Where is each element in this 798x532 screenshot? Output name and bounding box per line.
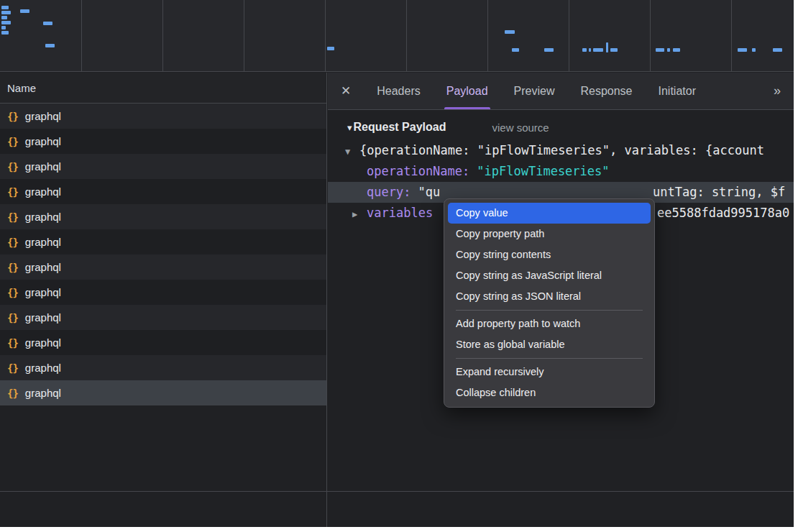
network-activity-bar [593, 48, 603, 52]
timeline-gridline [406, 0, 407, 71]
request-name: graphql [25, 135, 61, 147]
json-braces-icon: {} [7, 136, 18, 147]
table-footer-divider [0, 491, 794, 492]
request-row[interactable]: {} graphql [0, 204, 326, 229]
request-name: graphql [25, 261, 61, 273]
tab-response[interactable]: Response [580, 73, 632, 109]
timeline-gridline [244, 0, 244, 71]
request-row[interactable]: {} graphql [0, 154, 326, 179]
network-activity-bar [1, 21, 11, 24]
json-braces-icon: {} [7, 262, 18, 273]
request-row[interactable]: {} graphql [0, 179, 326, 204]
property-key-query: query: [367, 185, 411, 199]
network-overview-timeline[interactable] [0, 0, 794, 72]
timeline-gridline [569, 0, 569, 71]
request-name: graphql [25, 160, 61, 173]
json-braces-icon: {} [7, 287, 18, 298]
network-activity-bar [1, 31, 9, 35]
network-activity-bar [582, 48, 587, 52]
property-value-operation-name: "ipFlowTimeseries" [477, 164, 609, 178]
menu-separator [456, 358, 643, 359]
request-row[interactable]: {} graphql [0, 229, 326, 254]
overflow-tabs-icon[interactable]: » [774, 83, 781, 98]
request-name: graphql [25, 362, 61, 374]
json-braces-icon: {} [7, 211, 18, 223]
menu-separator [456, 310, 643, 311]
network-activity-bar [738, 48, 747, 52]
menu-item-expand-recursively[interactable]: Expand recursively [448, 362, 651, 382]
operation-name-row[interactable]: operationName:"ipFlowTimeseries" [328, 161, 794, 182]
section-expand-icon[interactable]: ▾ [347, 122, 352, 133]
property-key-operation-name: operationName: [367, 164, 469, 178]
menu-item-store-as-global-variable[interactable]: Store as global variable [448, 334, 651, 355]
devtools-network-panel: Name {} graphql {} graphql {} graphql {}… [0, 0, 794, 527]
json-braces-icon: {} [7, 161, 18, 173]
network-activity-bar [606, 42, 608, 52]
network-activity-bar [1, 11, 11, 14]
name-column-header[interactable]: Name [0, 73, 326, 104]
request-name: graphql [25, 110, 61, 122]
network-activity-bar [667, 48, 670, 52]
request-name: graphql [25, 185, 61, 198]
request-row[interactable]: {} graphql [0, 254, 326, 280]
json-braces-icon: {} [7, 237, 18, 248]
network-activity-bar [43, 22, 52, 25]
network-activity-bar [1, 16, 7, 19]
view-source-link[interactable]: view source [492, 121, 549, 134]
context-menu: Copy valueCopy property pathCopy string … [444, 198, 655, 408]
network-activity-bar [544, 48, 554, 52]
menu-item-copy-property-path[interactable]: Copy property path [448, 224, 651, 244]
menu-item-copy-string-as-javascript-literal[interactable]: Copy string as JavaScript literal [448, 265, 651, 286]
network-activity-bar [589, 48, 591, 52]
network-activity-bar [673, 48, 680, 52]
request-row[interactable]: {} graphql [0, 355, 326, 380]
network-activity-bar [1, 6, 9, 9]
menu-item-add-property-path-to-watch[interactable]: Add property path to watch [448, 313, 651, 334]
timeline-gridline [731, 0, 732, 71]
json-braces-icon: {} [7, 362, 18, 374]
tab-preview[interactable]: Preview [514, 73, 555, 109]
request-name: graphql [25, 311, 61, 324]
payload-root-row[interactable]: ▼{operationName: "ipFlowTimeseries", var… [328, 140, 794, 161]
request-list: {} graphql {} graphql {} graphql {} grap… [0, 104, 326, 405]
requests-panel: Name {} graphql {} graphql {} graphql {}… [0, 73, 327, 527]
timeline-gridline [162, 0, 163, 71]
query-value-end: untTag: string, $f [653, 182, 785, 203]
request-row[interactable]: {} graphql [0, 330, 326, 355]
timeline-gridline [325, 0, 326, 71]
timeline-gridline [81, 0, 82, 71]
network-activity-bar [1, 26, 6, 29]
collapsed-triangle-icon[interactable]: ▶ [352, 204, 362, 225]
request-row[interactable]: {} graphql [0, 280, 326, 305]
section-title: Request Payload [354, 121, 446, 134]
network-activity-bar [512, 48, 519, 52]
json-braces-icon: {} [7, 186, 18, 198]
request-name: graphql [25, 387, 61, 399]
request-row[interactable]: {} graphql [0, 380, 326, 405]
query-value-start: "qu [418, 185, 440, 199]
menu-item-collapse-children[interactable]: Collapse children [448, 382, 651, 403]
request-payload-section-header[interactable]: ▾ Request Payload view source [328, 110, 794, 140]
request-row[interactable]: {} graphql [0, 104, 326, 129]
menu-item-copy-value[interactable]: Copy value [448, 203, 651, 224]
tab-initiator[interactable]: Initiator [659, 73, 696, 109]
network-activity-bar [45, 44, 55, 47]
request-row[interactable]: {} graphql [0, 305, 326, 330]
request-name: graphql [25, 211, 61, 223]
timeline-gridline [650, 0, 651, 71]
network-activity-bar [656, 48, 664, 52]
tab-payload[interactable]: Payload [446, 73, 488, 109]
menu-item-copy-string-contents[interactable]: Copy string contents [448, 244, 651, 265]
expanded-triangle-icon[interactable]: ▼ [345, 142, 355, 162]
request-name: graphql [25, 236, 61, 248]
tab-headers[interactable]: Headers [377, 73, 420, 109]
network-activity-bar [610, 48, 618, 52]
close-icon[interactable]: ✕ [341, 83, 351, 98]
json-braces-icon: {} [7, 111, 18, 122]
request-row[interactable]: {} graphql [0, 129, 326, 154]
detail-tabs: ✕ HeadersPayloadPreviewResponseInitiator… [328, 73, 794, 110]
json-braces-icon: {} [7, 387, 18, 399]
network-activity-bar [505, 30, 515, 34]
menu-item-copy-string-as-json-literal[interactable]: Copy string as JSON literal [448, 286, 651, 307]
network-activity-bar [20, 9, 29, 13]
